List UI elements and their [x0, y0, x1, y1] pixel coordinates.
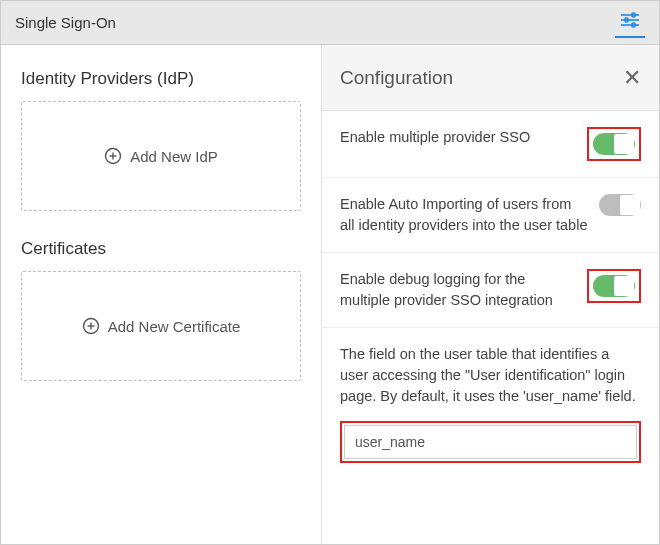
- config-panel: Configuration ✕ Enable multiple provider…: [321, 45, 659, 544]
- header-bar: Single Sign-On: [1, 1, 659, 45]
- option-row: Enable multiple provider SSO: [322, 111, 659, 178]
- toggle-knob: [620, 195, 640, 215]
- toggle-debug-logging[interactable]: [593, 275, 635, 297]
- add-idp-content: Add New IdP: [104, 147, 218, 165]
- panel-title: Configuration: [340, 67, 453, 89]
- user-field-description: The field on the user table that identif…: [340, 344, 641, 407]
- user-field-section: The field on the user table that identif…: [322, 328, 659, 479]
- toggle-auto-import[interactable]: [599, 194, 641, 216]
- add-idp-box[interactable]: Add New IdP: [21, 101, 301, 211]
- close-icon: ✕: [623, 65, 641, 90]
- idp-heading: Identity Providers (IdP): [21, 69, 301, 89]
- sliders-icon: [620, 12, 640, 31]
- toggle-multiple-sso[interactable]: [593, 133, 635, 155]
- page-title: Single Sign-On: [15, 14, 116, 31]
- toggle-knob: [614, 134, 634, 154]
- cert-heading: Certificates: [21, 239, 301, 259]
- panel-header: Configuration ✕: [322, 45, 659, 111]
- option-row: Enable debug logging for the multiple pr…: [322, 253, 659, 328]
- toggle-knob: [614, 276, 634, 296]
- body: Identity Providers (IdP) Add New IdP Cer…: [1, 45, 659, 544]
- plus-circle-icon: [104, 147, 122, 165]
- plus-circle-icon: [82, 317, 100, 335]
- add-cert-label: Add New Certificate: [108, 318, 241, 335]
- close-button[interactable]: ✕: [623, 67, 641, 89]
- app-frame: Single Sign-On Identity Providers (IdP): [0, 0, 660, 545]
- option-row: Enable Auto Importing of users from all …: [322, 178, 659, 253]
- settings-button[interactable]: [615, 8, 645, 38]
- input-highlight: [340, 421, 641, 463]
- add-cert-box[interactable]: Add New Certificate: [21, 271, 301, 381]
- left-column: Identity Providers (IdP) Add New IdP Cer…: [1, 45, 321, 544]
- option-label: Enable Auto Importing of users from all …: [340, 194, 589, 236]
- option-label: Enable debug logging for the multiple pr…: [340, 269, 577, 311]
- toggle-highlight: [587, 269, 641, 303]
- add-idp-label: Add New IdP: [130, 148, 218, 165]
- user-field-input[interactable]: [344, 425, 637, 459]
- option-label: Enable multiple provider SSO: [340, 127, 577, 148]
- toggle-wrap: [599, 194, 641, 216]
- toggle-highlight: [587, 127, 641, 161]
- add-cert-content: Add New Certificate: [82, 317, 241, 335]
